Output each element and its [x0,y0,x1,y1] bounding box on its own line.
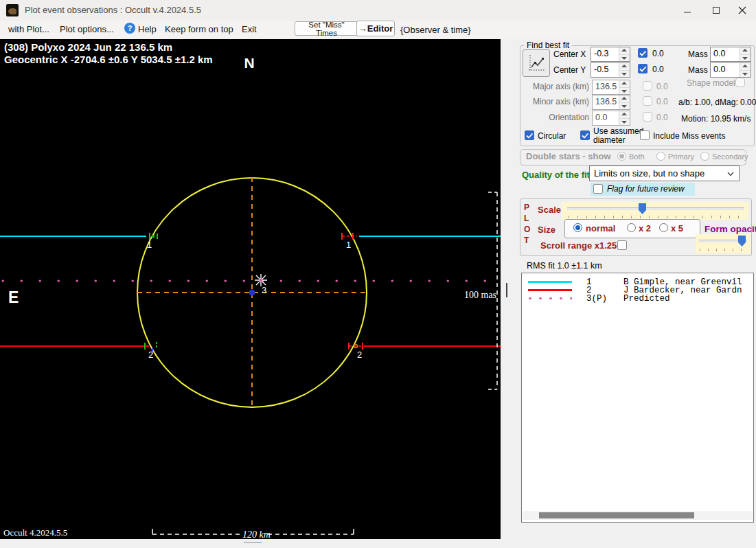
close-button[interactable] [729,0,756,20]
observations-list[interactable]: 1 B Gimple, near Greenvil 2 J Bardecker,… [521,273,754,523]
plot-canvas[interactable]: 1 1 2 2 3 (308) Polyxo 2024 Jun 22 136.5… [0,39,501,539]
find-best-fit-title: Find best fit [524,41,572,50]
minimize-icon [683,6,691,14]
use-assumed-diameter-checkbox[interactable] [580,130,590,140]
major-axis-spinner[interactable]: 136.5 [592,80,630,95]
fit-center-dot [249,290,255,296]
major-axis-arrows[interactable] [619,80,630,94]
flag-review-checkbox[interactable] [593,184,603,194]
double-stars-primary-radio [656,152,665,161]
major-axis-label: Major axis (km) [529,82,589,91]
double-stars-title: Double stars - show [526,151,611,161]
plot-title-line2: Geocentric X -2704.6 ±0.6 Y 5034.5 ±1.2 … [4,54,213,65]
double-stars-primary-label: Primary [668,152,694,161]
help-icon[interactable]: ? [124,23,135,34]
set-miss-times-button[interactable]: Set "Miss" Times [295,21,358,36]
quality-of-fit-dropdown[interactable]: Limits on size, but no shape [589,165,740,181]
orientation-err-checkbox [643,112,652,122]
window-title: Plot event observations : Occult v.4.202… [25,5,201,15]
menu-plot-options[interactable]: Plot options... [60,24,114,34]
mass-x-arrows[interactable] [740,47,751,61]
maximize-button[interactable] [702,0,730,20]
double-stars-both-radio [617,152,626,161]
center-x-err-value: 0.0 [652,49,664,58]
center-y-arrows[interactable] [619,63,630,77]
rms-fit-label: RMS fit 1.0 ±1.1 km [527,261,602,271]
bottom-partial-mark [244,542,262,543]
minor-axis-spinner[interactable]: 136.5 [592,95,630,110]
minor-axis-value: 136.5 [593,95,619,109]
minimize-button[interactable] [674,0,701,20]
size-x5-label: x 5 [671,223,683,233]
orientation-label: Orientation [529,113,589,122]
mass-x-spinner[interactable]: 0.0 [710,47,751,62]
plot-letter-p: P [524,203,529,212]
best-fit-plot-button[interactable] [523,49,550,77]
mass-y-spinner[interactable]: 0.0 [710,62,751,78]
size-x5-radio[interactable] [659,223,668,232]
size-normal-radio[interactable] [573,223,582,232]
motion-label: Motion: 10.95 km/s [681,114,751,124]
center-y-value: -0.5 [591,63,619,77]
mass-y-arrows[interactable] [740,63,751,77]
menu-exit[interactable]: Exit [242,24,257,34]
scale-label: Scale [538,205,561,215]
horizontal-scrollbar[interactable] [523,511,753,520]
minor-axis-label: Minor axis (km) [529,97,589,106]
flag-review-wrap: Flag for future review [591,183,695,196]
minor-axis-arrows[interactable] [619,95,630,109]
scroll-range-checkbox[interactable] [617,240,627,250]
quality-of-fit-value: Limits on size, but no shape [594,168,705,179]
obs-number: 1 [586,278,592,286]
circular-checkbox[interactable] [525,130,534,140]
list-item[interactable]: 3(P) Predicted [522,295,753,303]
list-item[interactable]: 2 J Bardecker, near Gardn [522,286,753,295]
check-icon [639,66,647,72]
orientation-value: 0.0 [593,111,619,125]
orientation-spinner[interactable]: 0.0 [592,111,630,126]
observer-time-label: {Observer & time} [400,25,471,35]
center-x-spinner[interactable]: -0.3 [591,47,630,62]
size-label: Size [538,225,555,235]
center-y-err-checkbox[interactable] [638,64,648,73]
use-assumed-line2: diameter [593,135,626,145]
center-y-label: Center Y [553,65,586,75]
menu-keep-on-top[interactable]: Keep form on top [165,24,233,34]
maximize-icon [712,6,720,14]
scale-slider[interactable] [562,202,748,220]
form-opacity-slider[interactable] [696,234,751,253]
form-opacity-label: Form opacity [705,224,756,234]
form-opacity-thumb[interactable] [738,236,746,247]
plot-letter-t: T [524,236,529,245]
center-x-err-checkbox[interactable] [638,48,648,58]
chord1-label-left: 1 [147,240,152,250]
check-icon [526,133,534,139]
scale-slider-ticks [569,216,744,218]
editor-button[interactable]: →Editor [356,21,395,36]
title-bar[interactable]: Plot event observations : Occult v.4.202… [0,0,756,21]
menu-help[interactable]: Help [138,24,157,34]
center-y-spinner[interactable]: -0.5 [591,62,630,78]
plot-letter-o: O [524,225,530,234]
quality-of-fit-label: Quality of the fit [522,170,590,180]
obs-name: J Bardecker, near Gardn [623,286,742,295]
orientation-arrows[interactable] [619,111,630,125]
major-axis-err-value: 0.0 [656,82,668,91]
form-tick-mark [506,283,507,297]
obs-name: B Gimple, near Greenvil [623,278,742,286]
scale-slider-thumb[interactable] [639,203,646,214]
predicted-star-label: 3 [262,285,266,295]
plot-version-label: Occult 4.2024.5.5 [3,527,67,538]
use-assumed-line1: Use assumed [593,126,643,136]
orientation-err-value: 0.0 [656,113,668,122]
scrollbar-thumb[interactable] [539,512,694,518]
flag-review-label: Flag for future review [607,184,685,194]
size-x2-radio[interactable] [627,223,636,232]
center-x-arrows[interactable] [619,47,630,61]
mass-x-value: 0.0 [711,47,740,61]
menu-with-plot[interactable]: with Plot... [8,24,49,34]
include-miss-events-checkbox[interactable] [640,130,650,140]
chord1-color-swatch [528,281,572,283]
list-item[interactable]: 1 B Gimple, near Greenvil [522,278,753,286]
center-x-value: -0.3 [591,47,619,61]
